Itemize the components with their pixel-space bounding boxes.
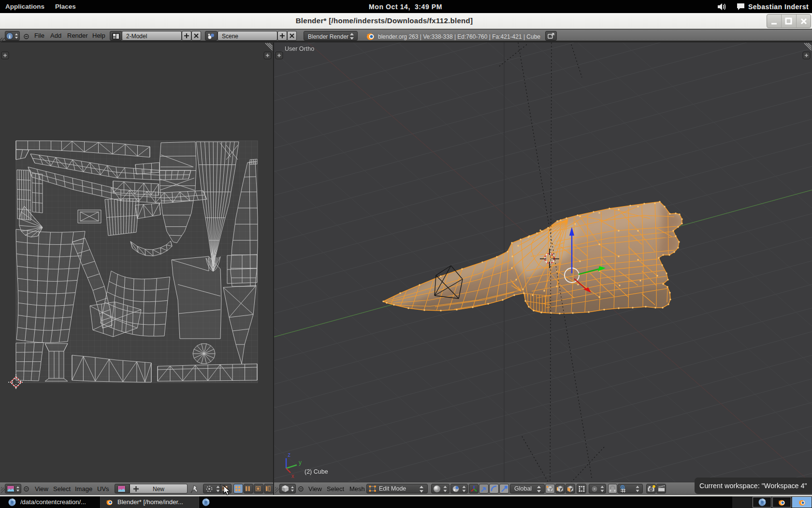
svg-text:y: y <box>299 459 302 466</box>
svg-text:(2) Cube: (2) Cube <box>304 468 328 475</box>
svg-text:z: z <box>288 451 290 458</box>
svg-text:x: x <box>291 473 294 479</box>
svg-text:i: i <box>9 33 10 39</box>
svg-text:User Ortho: User Ortho <box>285 45 314 52</box>
